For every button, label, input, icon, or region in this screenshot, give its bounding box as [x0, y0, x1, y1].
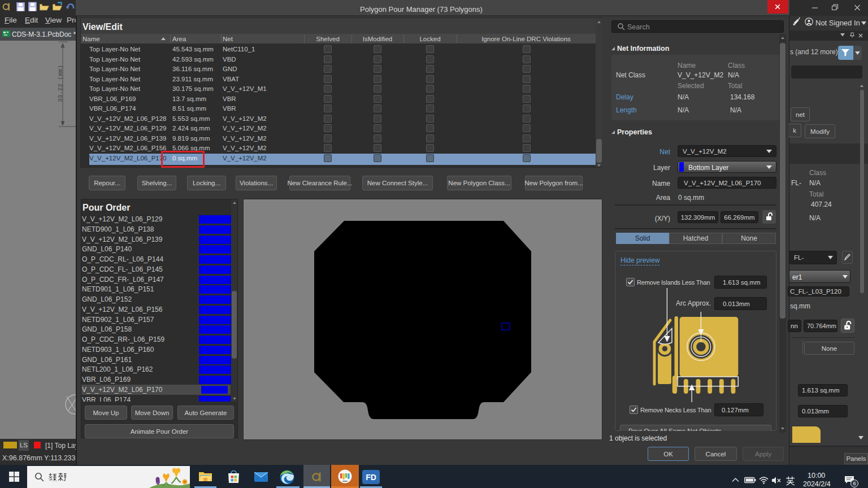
svg-text:33.22 (mm): 33.22 (mm) — [57, 65, 64, 102]
